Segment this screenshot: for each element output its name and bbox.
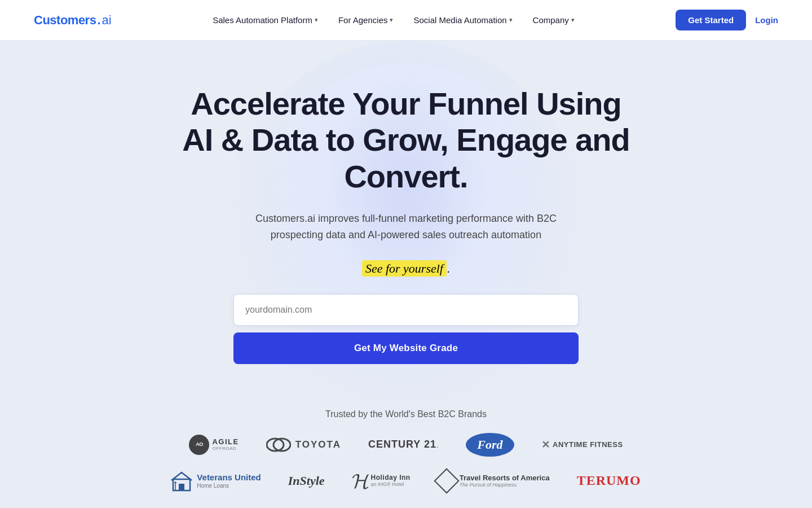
- agile-sub: OFFROAD: [212, 446, 239, 452]
- nav-actions: Get Started Login: [676, 10, 778, 30]
- brands-section: Trusted by the World's Best B2C Brands A…: [0, 409, 812, 508]
- brand-terumo: TERUMO: [577, 473, 641, 488]
- agile-icon: AO: [189, 435, 209, 455]
- nav-links: Sales Automation Platform ▾ For Agencies…: [205, 11, 582, 29]
- logo-customers-text: Customers: [34, 13, 96, 28]
- holiday-inn-sub: an IHG® Hotel: [371, 481, 411, 487]
- anytime-label: ANYTIME FITNESS: [553, 440, 623, 449]
- hero-cta-period: .: [447, 261, 450, 275]
- hero-subtitle: Customers.ai improves full-funnel market…: [231, 211, 581, 243]
- brands-row-2: Veterans United Home Loans InStyle 𝓗 Hol…: [171, 470, 641, 492]
- agile-name: AGILE: [212, 438, 239, 446]
- century21-label: CENTURY 21.: [368, 439, 439, 450]
- svg-rect-3: [179, 484, 184, 491]
- chevron-down-icon: ▾: [509, 16, 513, 24]
- logo[interactable]: Customers.ai: [34, 13, 112, 28]
- nav-item-agencies[interactable]: For Agencies ▾: [330, 11, 401, 29]
- nav-item-sales[interactable]: Sales Automation Platform ▾: [205, 11, 326, 29]
- travel-diamond-icon: [434, 468, 459, 493]
- brand-travel-resorts: Travel Resorts of America The Pursuit of…: [438, 472, 550, 490]
- logo-ai-text: ai: [102, 13, 112, 28]
- hero-cta-phrase: See for yourself.: [362, 261, 450, 276]
- brand-ford: Ford: [466, 433, 514, 457]
- brand-toyota: TOYOTA: [266, 436, 341, 453]
- veterans-name: Veterans United: [197, 472, 261, 483]
- nav-company-label: Company: [533, 15, 569, 25]
- nav-social-label: Social Media Automation: [413, 15, 506, 25]
- brand-century21: CENTURY 21.: [368, 439, 439, 450]
- chevron-down-icon: ▾: [390, 16, 393, 24]
- hero-cta-highlight: See for yourself: [362, 260, 447, 277]
- brand-holiday-inn: 𝓗 Holiday Inn an IHG® Hotel: [352, 470, 411, 492]
- veterans-sub: Home Loans: [197, 483, 261, 489]
- anytime-icon: ✕: [541, 439, 550, 451]
- nav-item-social[interactable]: Social Media Automation ▾: [405, 11, 520, 29]
- navbar: Customers.ai Sales Automation Platform ▾…: [0, 0, 812, 41]
- hero-section: Accelerate Your Funnel Using AI & Data t…: [0, 41, 812, 508]
- instyle-label: InStyle: [288, 474, 325, 488]
- brands-title: Trusted by the World's Best B2C Brands: [325, 409, 487, 419]
- domain-input[interactable]: [233, 294, 579, 326]
- nav-agencies-label: For Agencies: [338, 15, 388, 25]
- brand-anytime-fitness: ✕ ANYTIME FITNESS: [541, 439, 623, 451]
- chevron-down-icon: ▾: [571, 16, 575, 24]
- holiday-h-icon: 𝓗: [352, 470, 368, 492]
- logo-dot: .: [97, 13, 100, 28]
- hero-content: Accelerate Your Funnel Using AI & Data t…: [180, 86, 632, 364]
- toyota-rings-icon: [266, 436, 291, 453]
- brand-agile-offroad: AO AGILE OFFROAD: [189, 435, 239, 455]
- holiday-inn-label: Holiday Inn: [371, 474, 411, 482]
- ford-label: Ford: [466, 433, 514, 457]
- brands-row-1: AO AGILE OFFROAD TOYOTA CENTURY 21.: [189, 433, 623, 457]
- terumo-label: TERUMO: [577, 473, 641, 488]
- travel-name: Travel Resorts of America: [460, 474, 550, 483]
- hero-title: Accelerate Your Funnel Using AI & Data t…: [180, 86, 632, 195]
- brand-veterans-united: Veterans United Home Loans: [171, 470, 261, 492]
- get-started-button[interactable]: Get Started: [676, 10, 746, 30]
- nav-sales-label: Sales Automation Platform: [213, 15, 312, 25]
- grade-button[interactable]: Get My Website Grade: [233, 332, 579, 364]
- toyota-label: TOYOTA: [295, 439, 341, 450]
- hero-form: Get My Website Grade: [233, 294, 579, 364]
- travel-sub: The Pursuit of Happiness.: [460, 482, 550, 488]
- veterans-house-icon: [171, 470, 192, 492]
- login-button[interactable]: Login: [755, 15, 778, 25]
- chevron-down-icon: ▾: [315, 16, 318, 24]
- nav-item-company[interactable]: Company ▾: [525, 11, 582, 29]
- brand-instyle: InStyle: [288, 474, 325, 488]
